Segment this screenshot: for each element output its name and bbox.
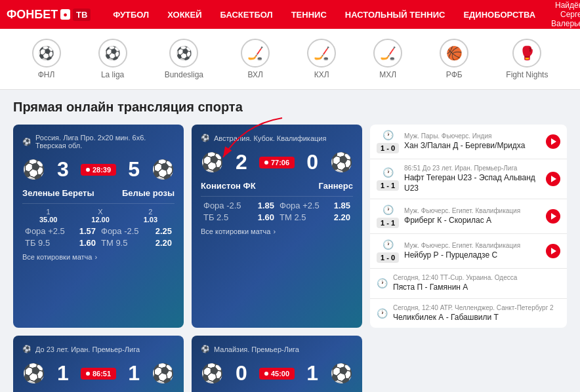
match2-team-left: Конистон ФК	[201, 181, 256, 191]
khl-icon: 🏒	[307, 39, 336, 68]
match1-odd-2[interactable]: 2 1.03	[144, 208, 157, 224]
match2-odds-tb-row: ТБ 2.5 1.60 ТМ 2.5 2.20	[201, 212, 353, 222]
sidebar-item-2[interactable]: 🕐 1 - 1 86:51 До 23 лет. Иран. Премьер-Л…	[370, 159, 567, 199]
match1-teams: Зеленые Береты Белые розы	[22, 188, 175, 198]
sidebar-item-3[interactable]: 🕐 1 - 1 Муж. Фьючерс. Египет. Квалификац…	[370, 199, 567, 234]
sidebar-item5-meta: Сегодня, 12:40 ТТ-Cup. Украина. Одесса	[393, 274, 560, 281]
match1-live-dot	[86, 168, 90, 172]
vhl-label: ВХЛ	[247, 70, 262, 79]
top-nav: ФОНБЕТ ● ТВ ФУТБОЛ ХОККЕЙ БАСКЕТБОЛ ТЕНН…	[0, 0, 580, 29]
match1-odd-x[interactable]: X 12.00	[91, 208, 110, 224]
match2-tm[interactable]: ТМ 2.5 2.20	[277, 212, 353, 222]
match1-tm[interactable]: ТМ 9.5 2.20	[98, 238, 175, 248]
match2-score-left: 2	[236, 150, 247, 174]
match2-fora-minus[interactable]: Фора -2.5 1.85	[201, 201, 277, 210]
sidebar-item-1[interactable]: 🕐 1 - 0 Муж. Пары. Фьючерс. Индия Хан З/…	[370, 125, 567, 159]
brand-badge: ●	[60, 9, 70, 20]
match1-sport-icon: ⚽	[22, 138, 31, 146]
match1-tb[interactable]: ТБ 9.5 1.60	[22, 238, 98, 248]
match-card-3: ⚽ До 23 лет. Иран. Премьер-Лига ⚽ 1 86:5…	[13, 336, 184, 392]
match2-sport-icon: ⚽	[201, 134, 210, 142]
sport-laliga[interactable]: ⚽ La liga	[92, 35, 134, 83]
play-icon-4	[551, 248, 556, 254]
sidebar-item4-left: 🕐 1 - 0	[377, 239, 399, 263]
sidebar-item1-teams: Хан З/Палан Д - Бергеви/Мридха	[404, 141, 541, 151]
sidebar-item3-left: 🕐 1 - 1	[377, 205, 399, 228]
user-name[interactable]: Найдёнов Сергей Валерьевич	[545, 1, 580, 28]
sidebar-item3-score: 1 - 1	[377, 218, 399, 228]
match2-score-row: ⚽ 2 77:06 0 ⚽	[201, 150, 353, 174]
fight-nights-icon: 🥊	[512, 39, 541, 68]
sidebar-item1-info: Муж. Пары. Фьючерс. Индия Хан З/Палан Д …	[404, 132, 541, 151]
sidebar-item4-play[interactable]	[546, 244, 560, 258]
sport-fnl[interactable]: ⚽ ФНЛ	[26, 35, 68, 83]
sidebar-item-6[interactable]: 🕐 Сегодня, 12:40 АТР. Челленджер. Санкт-…	[370, 299, 567, 328]
sidebar-matches: 🕐 1 - 0 Муж. Пары. Фьючерс. Индия Хан З/…	[370, 125, 567, 328]
nav-table-tennis[interactable]: НАСТОЛЬНЫЙ ТЕННИС	[336, 0, 455, 29]
sidebar-item1-play[interactable]	[546, 134, 560, 149]
match4-header: ⚽ Малайзия. Премьер-Лига	[201, 345, 353, 353]
match1-time: 28:39	[93, 166, 111, 174]
nav-football[interactable]: ФУТБОЛ	[104, 0, 158, 29]
sidebar-item1-meta: Муж. Пары. Фьючерс. Индия	[404, 132, 541, 140]
sidebar-item6-clock-icon: 🕐	[377, 308, 388, 319]
sport-khl[interactable]: 🏒 КХЛ	[300, 35, 342, 83]
rfb-icon: 🏀	[440, 39, 468, 68]
sidebar-item6-meta: Сегодня, 12:40 АТР. Челленджер. Санкт-Пе…	[393, 304, 560, 311]
match2-time: 77:06	[271, 159, 289, 167]
sport-bundesliga[interactable]: ⚽ Bundesliga	[158, 35, 210, 83]
match1-fora-minus[interactable]: Фора -2.5 2.25	[98, 226, 175, 236]
brand-logo[interactable]: ФОНБЕТ ● ТВ	[7, 8, 91, 22]
sidebar-item3-info: Муж. Фьючерс. Египет. Квалификация Фрибе…	[404, 207, 541, 226]
match3-ball-right: ⚽	[152, 363, 175, 384]
match2-tb[interactable]: ТБ 2.5 1.60	[201, 212, 277, 222]
sidebar-item5-teams: Пяста П - Гамянин А	[393, 283, 560, 293]
match4-live-badge: 45:00	[259, 368, 295, 380]
match1-odds-tb-row: ТБ 9.5 1.60 ТМ 9.5 2.20	[22, 238, 175, 248]
match2-all-odds-link[interactable]: Все котировки матча ›	[201, 227, 353, 235]
match1-all-odds-link[interactable]: Все котировки матча ›	[22, 253, 175, 261]
sidebar-item1-left: 🕐 1 - 0	[377, 130, 399, 153]
brand-name: ФОНБЕТ	[7, 8, 58, 22]
sidebar-item3-play[interactable]	[546, 209, 560, 224]
match2-score-right: 0	[306, 150, 318, 174]
match1-header: ⚽ Россия. Лига Про. 2х20 мин. 6х6. Тверс…	[22, 134, 175, 149]
sidebar-item2-info: 86:51 До 23 лет. Иран. Премьер-Лига Нафт…	[404, 165, 541, 193]
sport-mhl[interactable]: 🏒 МХЛ	[367, 35, 409, 83]
fight-nights-label: Fight Nights	[506, 70, 548, 79]
match1-odd-1[interactable]: 1 35.00	[39, 208, 58, 224]
sidebar-item5-left: 🕐	[377, 278, 388, 288]
nav-basketball[interactable]: БАСКЕТБОЛ	[211, 0, 282, 29]
match1-fora-plus[interactable]: Фора +2.5 1.57	[22, 226, 98, 236]
mhl-icon: 🏒	[373, 39, 402, 68]
match2-ball-right: ⚽	[330, 151, 353, 173]
match1-team-right: Белые розы	[122, 188, 175, 198]
nav-hockey[interactable]: ХОККЕЙ	[158, 0, 211, 29]
nav-tennis[interactable]: ТЕННИС	[282, 0, 336, 29]
nav-martial-arts[interactable]: ЕДИНОБОРСТВА	[454, 0, 545, 29]
sidebar-item-4[interactable]: 🕐 1 - 0 Муж. Фьючерс. Египет. Квалификац…	[370, 234, 567, 269]
match1-team-left: Зеленые Береты	[22, 188, 94, 198]
fnl-icon: ⚽	[32, 39, 61, 68]
sport-fight-nights[interactable]: 🥊 Fight Nights	[499, 35, 554, 83]
brand-tv: ТВ	[73, 9, 91, 21]
sidebar-item-5[interactable]: 🕐 Сегодня, 12:40 ТТ-Cup. Украина. Одесса…	[370, 269, 567, 299]
sidebar-item3-meta: Муж. Фьючерс. Египет. Квалификация	[404, 207, 541, 214]
match4-score-left: 0	[236, 361, 247, 385]
sidebar-item2-clock-icon: 🕐	[383, 167, 394, 178]
sidebar-item2-play[interactable]	[546, 172, 560, 186]
sport-rfb[interactable]: 🏀 РФБ	[433, 35, 475, 83]
match3-header: ⚽ До 23 лет. Иран. Премьер-Лига	[22, 345, 175, 353]
match2-ball-left: ⚽	[201, 151, 224, 173]
rfb-label: РФБ	[446, 70, 463, 79]
play-icon-1	[551, 138, 556, 145]
laliga-label: La liga	[101, 70, 124, 79]
match1-odds-main: 1 35.00 X 12.00 2 1.03	[22, 208, 175, 224]
sidebar-item4-info: Муж. Фьючерс. Египет. Квалификация Нейбу…	[404, 242, 541, 261]
sport-vhl[interactable]: 🏒 ВХЛ	[234, 35, 276, 83]
match2-fora-plus[interactable]: Фора +2.5 1.85	[277, 201, 353, 210]
sidebar-item5-clock-icon: 🕐	[377, 278, 388, 288]
match2-live-badge: 77:06	[259, 157, 295, 168]
vhl-icon: 🏒	[241, 39, 270, 68]
nav-items: ФУТБОЛ ХОККЕЙ БАСКЕТБОЛ ТЕННИС НАСТОЛЬНЫ…	[104, 0, 545, 29]
